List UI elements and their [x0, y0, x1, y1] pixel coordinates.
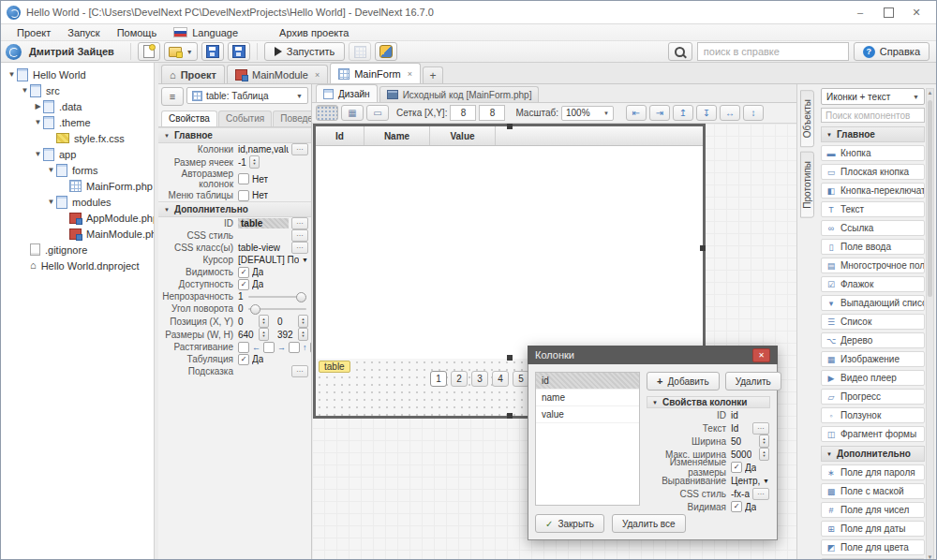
menu-project[interactable]: Проект: [8, 27, 59, 38]
component-item[interactable]: ▶Видео плеер: [821, 370, 925, 386]
component-item[interactable]: #Поле для чисел: [821, 502, 925, 518]
page-button[interactable]: 2: [451, 371, 468, 387]
tree-item-theme[interactable]: ▼.theme: [1, 114, 154, 130]
menu-language[interactable]: Language: [165, 27, 246, 38]
spinner-control[interactable]: ▲▼: [759, 448, 769, 461]
alignment-dropdown[interactable]: Центр, слева▼: [731, 476, 769, 486]
tab-project[interactable]: ⌂Проект: [161, 65, 225, 83]
new-project-button[interactable]: [138, 42, 160, 61]
anchor-up-checkbox[interactable]: [289, 342, 300, 353]
user-avatar[interactable]: [6, 44, 22, 60]
checkbox-checked-icon[interactable]: ✓: [731, 501, 742, 512]
rotation-slider[interactable]: [248, 303, 306, 314]
checkbox-checked-icon[interactable]: ✓: [731, 462, 742, 473]
resize-handle[interactable]: [507, 355, 513, 361]
component-item[interactable]: ▩Поле с маской: [821, 483, 925, 499]
collapse-arrow-icon[interactable]: ▶: [33, 102, 43, 111]
tab-design[interactable]: Дизайн: [316, 84, 378, 102]
page-button[interactable]: 1: [430, 371, 447, 387]
resize-handle[interactable]: [700, 245, 706, 251]
component-item[interactable]: ▬Кнопка: [821, 145, 925, 161]
cursor-dropdown[interactable]: [DEFAULT] По ум...▼: [238, 255, 308, 265]
expand-arrow-icon[interactable]: ▼: [46, 198, 56, 206]
scale-dropdown[interactable]: 100%▼: [561, 106, 614, 121]
tab-objects[interactable]: Объекты: [800, 90, 814, 147]
opacity-slider[interactable]: [248, 291, 306, 302]
component-search-input[interactable]: [821, 108, 925, 123]
scrollbar-thumb[interactable]: [928, 100, 932, 297]
expand-arrow-icon[interactable]: ▼: [33, 118, 43, 126]
menu-help[interactable]: Помощь: [109, 27, 166, 38]
column-list-item[interactable]: value: [536, 406, 639, 423]
help-search-input[interactable]: [697, 42, 849, 61]
align-right-button[interactable]: ⇥: [649, 105, 670, 121]
menu-archive[interactable]: Архив проекта: [271, 27, 357, 38]
add-tab-button[interactable]: +: [423, 66, 443, 83]
spinner-control[interactable]: ▲▼: [298, 315, 308, 328]
close-icon[interactable]: ✕: [902, 3, 930, 22]
component-item[interactable]: ⌥Дерево: [821, 332, 925, 348]
checkbox-unchecked-icon[interactable]: [238, 173, 249, 184]
component-item[interactable]: ◫Фрагмент формы: [821, 426, 925, 442]
debug-button[interactable]: [349, 42, 371, 61]
spinner-control[interactable]: ▲▼: [259, 328, 269, 341]
save-button[interactable]: [201, 42, 224, 61]
tree-item-style-css[interactable]: style.fx.css: [1, 130, 154, 146]
component-item[interactable]: ∞Ссылка: [821, 220, 925, 236]
expand-arrow-icon[interactable]: ▼: [33, 150, 43, 158]
tab-events[interactable]: События: [218, 111, 272, 126]
grid-x-input[interactable]: [450, 105, 476, 121]
component-item[interactable]: ▱Прогресс: [821, 389, 925, 405]
remove-column-button[interactable]: Удалить: [725, 372, 781, 391]
dialog-title-bar[interactable]: Колонки✕: [528, 346, 778, 364]
checkbox-unchecked-icon[interactable]: [238, 190, 249, 201]
dialog-close-icon[interactable]: ✕: [752, 348, 770, 362]
run-button[interactable]: Запустить: [264, 42, 346, 61]
component-item[interactable]: ▦Изображение: [821, 351, 925, 367]
ellipsis-button[interactable]: …: [291, 229, 308, 242]
section-extra[interactable]: ▼Дополнительно: [158, 201, 311, 217]
tab-mainmodule[interactable]: MainModule×: [227, 65, 328, 83]
toggle-grid-lines-button[interactable]: ▦: [341, 105, 364, 121]
component-item[interactable]: ▯Поле ввода: [821, 239, 925, 255]
ellipsis-button[interactable]: …: [752, 422, 769, 435]
minimize-icon[interactable]: –: [846, 3, 874, 22]
tab-properties[interactable]: Свойства: [161, 111, 217, 126]
align-center-v-button[interactable]: ↕: [743, 105, 764, 121]
id-value[interactable]: table: [238, 218, 289, 228]
tree-item-project-root[interactable]: ▼Hello World: [1, 66, 154, 82]
tree-item-mainmodule[interactable]: MainModule.php: [1, 226, 154, 242]
ellipsis-button[interactable]: …: [291, 242, 308, 254]
section-main[interactable]: ▼Главное: [158, 127, 311, 143]
spinner-control[interactable]: ▲▼: [249, 155, 260, 169]
component-item[interactable]: ◩Поле для цвета: [821, 539, 925, 555]
add-column-button[interactable]: +Добавить: [647, 372, 720, 391]
resize-handle[interactable]: [507, 124, 513, 129]
tab-mainform[interactable]: MainForm×: [330, 63, 421, 83]
tree-item-dnproject[interactable]: ⌂Hello World.dnproject: [1, 258, 154, 273]
tree-item-app[interactable]: ▼app: [1, 146, 154, 162]
search-button[interactable]: [668, 42, 692, 61]
toggle-frame-button[interactable]: ▭: [366, 105, 389, 121]
resize-handle[interactable]: [507, 413, 513, 419]
checkbox-checked-icon[interactable]: ✓: [238, 279, 249, 290]
tree-item-forms[interactable]: ▼forms: [1, 162, 154, 178]
component-item[interactable]: ☰Список: [821, 314, 925, 330]
tree-item-appmodule[interactable]: AppModule.php: [1, 210, 154, 226]
component-item[interactable]: TТекст: [821, 201, 925, 217]
palette-section-main[interactable]: ▼Главное: [821, 126, 925, 142]
tree-item-modules[interactable]: ▼modules: [1, 194, 154, 210]
expand-arrow-icon[interactable]: ▼: [7, 70, 17, 79]
close-dialog-button[interactable]: ✓Закрыть: [535, 514, 604, 533]
tab-prototypes[interactable]: Прототипы: [800, 152, 814, 218]
expand-arrow-icon[interactable]: ▼: [20, 86, 30, 95]
checkbox-checked-icon[interactable]: ✓: [238, 267, 249, 278]
tree-item-src[interactable]: ▼src: [1, 82, 154, 98]
page-button[interactable]: 4: [492, 371, 509, 387]
tree-item-gitignore[interactable]: .gitignore: [1, 242, 154, 258]
anchor-right-checkbox[interactable]: [263, 342, 275, 353]
column-list-item[interactable]: id: [536, 373, 639, 390]
toggle-grid-dots-button[interactable]: [316, 105, 338, 121]
column-props-section[interactable]: ▼Свойства колонки: [647, 396, 770, 408]
spinner-control[interactable]: ▲▼: [759, 435, 769, 448]
